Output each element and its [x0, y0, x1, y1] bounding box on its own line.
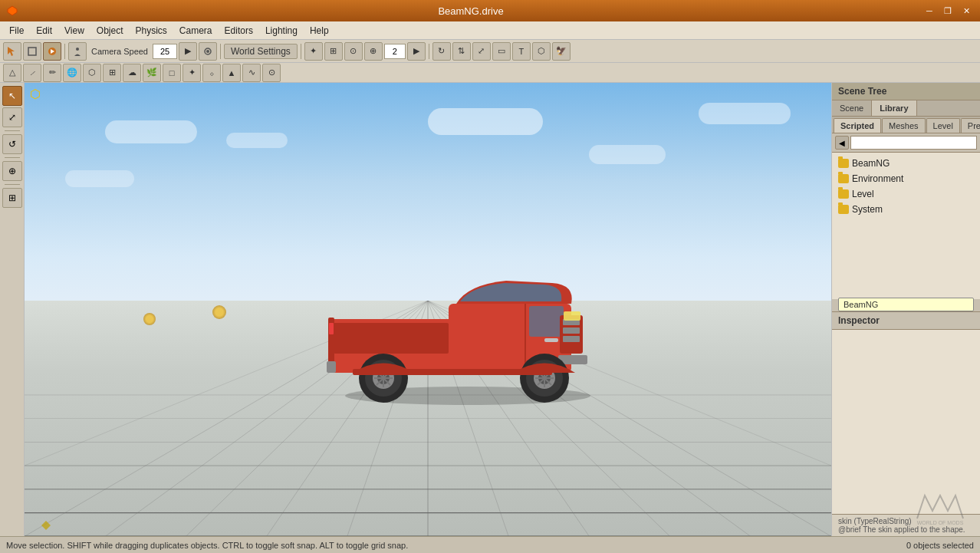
inspector-header: Inspector — [832, 312, 980, 330]
tb2-btn1[interactable]: △ — [3, 64, 21, 82]
cloud-3 — [428, 108, 543, 135]
tb2-btn12[interactable]: ▲ — [222, 64, 241, 82]
scene-tree-header: Scene Tree — [832, 83, 980, 100]
lt-separator — [5, 130, 20, 131]
tree-item-environment[interactable]: Environment — [832, 171, 980, 186]
menu-editors[interactable]: Editors — [219, 24, 259, 38]
camera-speed-label: Camera Speed — [88, 47, 151, 56]
menu-camera[interactable]: Camera — [173, 24, 219, 38]
lt-rotate-tool[interactable]: ↺ — [2, 134, 22, 154]
tree-item-system-label: System — [852, 204, 883, 215]
folder-icon-beamng — [838, 159, 849, 168]
lib-tab-prefabs[interactable]: Prefabs — [961, 118, 980, 133]
tb2-btn9[interactable]: □ — [163, 64, 181, 82]
lib-tab-level[interactable]: Level — [926, 118, 960, 133]
tb-btn-grid[interactable]: ⊞ — [324, 42, 343, 61]
menu-file[interactable]: File — [3, 24, 30, 38]
tb-btn-text[interactable]: T — [512, 42, 531, 61]
window-title: BeamNG.drive — [20, 5, 922, 17]
folder-icon-level — [838, 189, 849, 199]
tb2-btn2[interactable]: ⟋ — [23, 64, 41, 82]
tree-item-system[interactable]: System — [832, 202, 980, 217]
viewport[interactable]: ⬡ — [25, 83, 831, 536]
svg-rect-2 — [28, 48, 36, 55]
lt-scale-tool[interactable]: ⊕ — [2, 161, 22, 181]
menu-view[interactable]: View — [58, 24, 90, 38]
tree-item-level-label: Level — [852, 189, 874, 199]
lt-separator3 — [5, 184, 20, 185]
person-tool-button[interactable] — [68, 42, 87, 61]
lt-select-tool[interactable]: ↖ — [2, 86, 22, 106]
svg-rect-32 — [529, 306, 564, 337]
lt-move-tool[interactable]: ⤢ — [2, 107, 22, 127]
camera-preview-button[interactable] — [199, 42, 217, 61]
menu-object[interactable]: Object — [90, 24, 130, 38]
right-panel: Scene Tree Scene Library Scripted Meshes… — [831, 83, 980, 536]
move-tool-button[interactable] — [23, 42, 41, 61]
tb2-btn4[interactable]: 🌐 — [63, 64, 81, 82]
lib-tab-meshes[interactable]: Meshes — [882, 118, 926, 133]
tb-btn-snap1[interactable]: ⊙ — [344, 42, 363, 61]
minimize-button[interactable]: ─ — [922, 4, 937, 18]
tb2-btn10[interactable]: ✦ — [183, 64, 201, 82]
toolbar2: △ ⟋ ✏ 🌐 ⬡ ⊞ ☁ 🌿 □ ✦ ⬦ ▲ ∿ ⊙ — [0, 63, 980, 83]
tb-btn-terrain1[interactable]: ⬡ — [532, 42, 551, 61]
svg-rect-38 — [563, 336, 580, 342]
light-icon-2 — [143, 313, 156, 325]
tab-library[interactable]: Library — [872, 100, 916, 116]
search-input[interactable] — [850, 136, 977, 150]
svg-rect-34 — [544, 338, 558, 342]
svg-rect-30 — [334, 323, 449, 354]
camera-speed-arrow[interactable]: ▶ — [179, 42, 197, 61]
statusbar-right: 0 objects selected — [906, 541, 974, 550]
main-area: ↖ ⤢ ↺ ⊕ ⊞ — [0, 83, 980, 536]
left-toolbar: ↖ ⤢ ↺ ⊕ ⊞ — [0, 83, 25, 536]
svg-text:WORLD OF MODS: WORLD OF MODS — [917, 520, 964, 525]
restore-button[interactable]: ❒ — [940, 4, 955, 18]
snap-number-input[interactable] — [384, 44, 406, 59]
toolbar-separator-1 — [64, 44, 65, 59]
toolbar-separator-4 — [429, 44, 429, 59]
tb-btn-snap2[interactable]: ⊕ — [364, 42, 383, 61]
tab-scene[interactable]: Scene — [832, 100, 872, 116]
world-settings-button[interactable]: World Settings — [224, 44, 298, 59]
select-tool-button[interactable] — [3, 42, 21, 61]
menu-edit[interactable]: Edit — [30, 24, 58, 38]
svg-point-5 — [76, 48, 79, 51]
lib-tab-scripted[interactable]: Scripted — [834, 118, 881, 133]
truck-svg — [307, 254, 629, 407]
tb2-btn13[interactable]: ∿ — [242, 64, 261, 82]
tree-item-beamng[interactable]: BeamNG — [832, 156, 980, 171]
tb2-btn7[interactable]: ☁ — [123, 64, 141, 82]
lt-extra-tool[interactable]: ⊞ — [2, 188, 22, 208]
tb-btn-select-rect[interactable]: ▭ — [492, 42, 511, 61]
svg-rect-59 — [353, 369, 552, 375]
tb2-btn11[interactable]: ⬦ — [202, 64, 221, 82]
tree-item-level[interactable]: Level — [832, 186, 980, 202]
tb2-btn8[interactable]: 🌿 — [143, 64, 161, 82]
tb-btn-terrain2[interactable]: 🦅 — [552, 42, 571, 61]
close-button[interactable]: ✕ — [959, 4, 974, 18]
library-tabs: Scripted Meshes Level Prefabs — [832, 117, 980, 133]
tb2-btn14[interactable]: ⊙ — [262, 64, 281, 82]
tb-btn-move-vert[interactable]: ⇅ — [452, 42, 471, 61]
cloud-6 — [65, 170, 134, 187]
menu-lighting[interactable]: Lighting — [259, 24, 304, 38]
tb2-btn6[interactable]: ⊞ — [103, 64, 121, 82]
snap-number-arrow[interactable]: ▶ — [407, 42, 426, 61]
tb-btn-rotate[interactable]: ↻ — [432, 42, 451, 61]
scene-tree-tabs: Scene Library — [832, 100, 980, 117]
menu-physics[interactable]: Physics — [130, 24, 173, 38]
tree-item-beamng-label: BeamNG — [852, 158, 890, 169]
svg-point-7 — [206, 50, 209, 53]
play-button[interactable] — [43, 42, 61, 61]
cloud-4 — [589, 145, 666, 164]
tb2-btn3[interactable]: ✏ — [43, 64, 61, 82]
tb2-btn5[interactable]: ⬡ — [83, 64, 101, 82]
search-back-button[interactable]: ◀ — [835, 136, 849, 150]
tb-btn-transform[interactable]: ✦ — [304, 42, 323, 61]
menu-help[interactable]: Help — [304, 24, 335, 38]
tb-btn-scale[interactable]: ⤢ — [472, 42, 491, 61]
camera-speed-input[interactable] — [153, 44, 177, 59]
folder-icon-system — [838, 205, 849, 214]
